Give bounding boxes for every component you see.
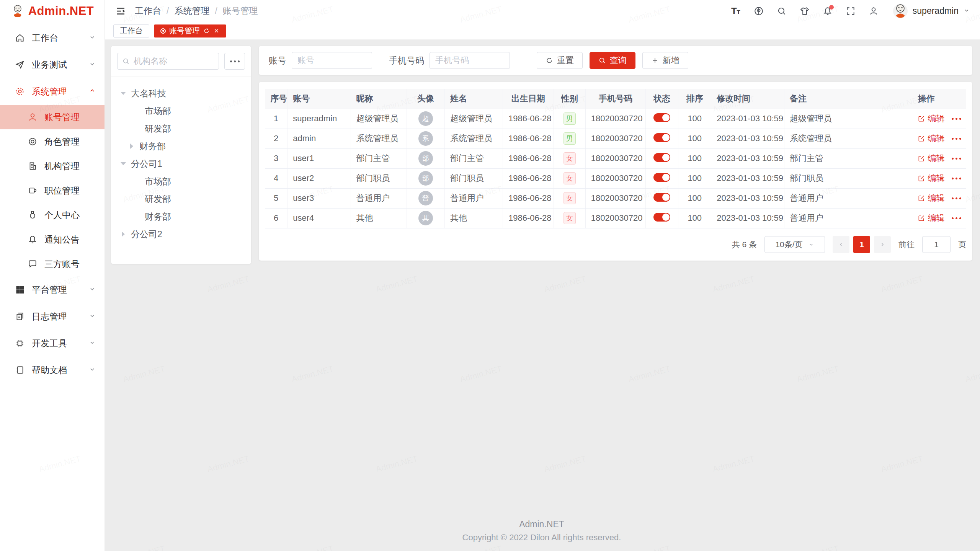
sidebar-item-platform-management[interactable]: 平台管理 bbox=[0, 276, 105, 303]
pagination-total: 共 6 条 bbox=[732, 239, 757, 250]
tree-node[interactable]: 分公司1 bbox=[115, 155, 247, 173]
next-page-button[interactable] bbox=[874, 236, 891, 253]
collapse-sidebar-icon[interactable] bbox=[115, 5, 126, 17]
phone-filter-input[interactable] bbox=[430, 52, 510, 69]
caret-right-icon[interactable] bbox=[130, 143, 133, 149]
status-toggle[interactable] bbox=[653, 193, 670, 202]
account-filter-input[interactable] bbox=[292, 52, 372, 69]
more-actions-button[interactable] bbox=[951, 217, 962, 219]
more-actions-button[interactable] bbox=[951, 138, 962, 140]
goto-page-input[interactable] bbox=[922, 236, 951, 253]
page-size-select[interactable]: 10条/页 bbox=[764, 236, 825, 253]
sidebar-item-role-management[interactable]: 角色管理 bbox=[0, 129, 105, 154]
sidebar-item-log-management[interactable]: 日志管理 bbox=[0, 303, 105, 330]
col-order: 排序 bbox=[678, 89, 711, 109]
tree-node[interactable]: 财务部 bbox=[115, 137, 247, 155]
app-title: Admin.NET bbox=[28, 4, 94, 18]
caret-down-icon[interactable] bbox=[121, 92, 126, 95]
sidebar-item-personal-center[interactable]: 个人中心 bbox=[0, 203, 105, 227]
sidebar-menu: 工作台 业务测试 系统管理 账号管理 角色管理 bbox=[0, 22, 105, 551]
grid-icon bbox=[15, 285, 25, 295]
reset-button[interactable]: 重置 bbox=[537, 52, 583, 69]
chevron-right-icon bbox=[879, 241, 885, 248]
col-phone: 手机号码 bbox=[585, 89, 645, 109]
tab-workbench[interactable]: 工作台 bbox=[113, 24, 149, 37]
tree-more-button[interactable] bbox=[224, 53, 245, 70]
font-size-icon[interactable]: TT bbox=[730, 6, 741, 16]
sidebar-item-help-docs[interactable]: 帮助文档 bbox=[0, 357, 105, 383]
sidebar-item-account-management[interactable]: 账号管理 bbox=[0, 105, 105, 129]
sidebar-item-label: 三方账号 bbox=[44, 258, 96, 270]
sidebar-item-business-test[interactable]: 业务测试 bbox=[0, 51, 105, 78]
edit-button[interactable]: 编辑 bbox=[918, 153, 944, 164]
chevron-down-icon bbox=[88, 365, 96, 375]
col-avatar: 头像 bbox=[407, 89, 444, 109]
breadcrumb-item[interactable]: 系统管理 bbox=[174, 5, 209, 17]
caret-down-icon[interactable] bbox=[121, 162, 126, 165]
refresh-icon[interactable] bbox=[203, 28, 210, 34]
add-button[interactable]: 新增 bbox=[642, 52, 688, 69]
search-icon[interactable] bbox=[776, 6, 787, 16]
avatar: 其 bbox=[418, 211, 433, 225]
tree-node[interactable]: 分公司2 bbox=[115, 225, 247, 243]
breadcrumb-item[interactable]: 工作台 bbox=[135, 5, 161, 17]
status-toggle[interactable] bbox=[653, 173, 670, 182]
sidebar-item-notice[interactable]: 通知公告 bbox=[0, 227, 105, 252]
more-actions-button[interactable] bbox=[951, 158, 962, 160]
col-birthday: 出生日期 bbox=[503, 89, 554, 109]
language-icon[interactable] bbox=[753, 6, 764, 16]
status-toggle[interactable] bbox=[653, 213, 670, 222]
gender-badge: 女 bbox=[564, 152, 576, 165]
profile-icon[interactable] bbox=[868, 6, 879, 16]
tree-node[interactable]: 研发部 bbox=[115, 120, 247, 137]
more-actions-button[interactable] bbox=[951, 118, 962, 120]
status-toggle[interactable] bbox=[653, 133, 670, 142]
app-logo[interactable]: Admin.NET bbox=[0, 0, 105, 22]
watch-icon bbox=[28, 210, 38, 220]
org-search-input[interactable] bbox=[134, 56, 214, 66]
tree-node-label: 研发部 bbox=[145, 123, 171, 135]
search-icon bbox=[598, 57, 606, 64]
edit-icon bbox=[918, 135, 925, 142]
edit-button[interactable]: 编辑 bbox=[918, 133, 944, 144]
col-modified-time: 修改时间 bbox=[711, 89, 784, 109]
tree-node[interactable]: 市场部 bbox=[115, 173, 247, 190]
fullscreen-icon[interactable] bbox=[845, 6, 856, 16]
sidebar-item-org-management[interactable]: 机构管理 bbox=[0, 154, 105, 178]
theme-icon[interactable] bbox=[799, 6, 810, 16]
tree-node-label: 市场部 bbox=[145, 105, 171, 117]
notification-icon[interactable] bbox=[822, 6, 833, 16]
edit-button[interactable]: 编辑 bbox=[918, 192, 944, 204]
table-row: 6 user4 其他 其 其他 1986-06-28 女 18020030720 bbox=[265, 208, 966, 228]
sidebar-item-system-management[interactable]: 系统管理 bbox=[0, 78, 105, 105]
more-actions-button[interactable] bbox=[951, 197, 962, 199]
sidebar-item-label: 机构管理 bbox=[44, 160, 96, 172]
tree-node[interactable]: 大名科技 bbox=[115, 85, 247, 102]
caret-right-icon[interactable] bbox=[122, 231, 125, 237]
query-button[interactable]: 查询 bbox=[590, 52, 635, 69]
tree-node[interactable]: 研发部 bbox=[115, 190, 247, 208]
sidebar-item-position-management[interactable]: 职位管理 bbox=[0, 178, 105, 203]
prev-page-button[interactable] bbox=[833, 236, 849, 253]
sidebar-item-third-party-account[interactable]: 三方账号 bbox=[0, 252, 105, 276]
tree-node[interactable]: 市场部 bbox=[115, 102, 247, 120]
edit-button[interactable]: 编辑 bbox=[918, 212, 944, 224]
chevron-down-icon bbox=[88, 338, 96, 349]
edit-button[interactable]: 编辑 bbox=[918, 113, 944, 124]
status-toggle[interactable] bbox=[653, 153, 670, 162]
gender-badge: 女 bbox=[564, 212, 576, 224]
more-actions-button[interactable] bbox=[951, 178, 962, 179]
col-nickname: 昵称 bbox=[351, 89, 407, 109]
page-1-button[interactable]: 1 bbox=[853, 236, 870, 253]
close-icon[interactable] bbox=[213, 28, 220, 34]
sidebar-item-label: 账号管理 bbox=[44, 111, 96, 123]
sidebar-item-dev-tools[interactable]: 开发工具 bbox=[0, 330, 105, 357]
user-menu[interactable]: superadmin bbox=[893, 3, 970, 19]
status-toggle[interactable] bbox=[653, 113, 670, 122]
org-tree: 大名科技 市场部 研发部 财务部 分公司1 市场部 研发部 财务部 分公司2 bbox=[111, 77, 251, 251]
edit-button[interactable]: 编辑 bbox=[918, 173, 944, 184]
sidebar-item-workbench[interactable]: 工作台 bbox=[0, 24, 105, 51]
header-action-icons: TT bbox=[730, 6, 879, 16]
tab-account-management[interactable]: 账号管理 bbox=[154, 24, 226, 37]
tree-node[interactable]: 财务部 bbox=[115, 208, 247, 225]
